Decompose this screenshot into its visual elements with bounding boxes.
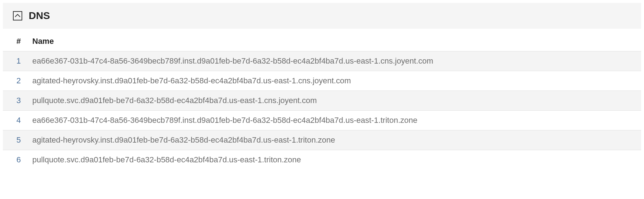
row-name: ea66e367-031b-47c4-8a56-3649becb789f.ins… [28, 51, 641, 71]
row-index: 3 [3, 91, 28, 111]
row-index: 4 [3, 111, 28, 130]
chevron-up-icon [15, 13, 20, 19]
collapse-toggle[interactable] [13, 11, 22, 20]
dns-table: # Name 1 ea66e367-031b-47c4-8a56-3649bec… [3, 29, 641, 170]
panel-header: DNS [3, 3, 641, 29]
panel-title: DNS [29, 10, 50, 22]
table-header-name: Name [28, 29, 641, 51]
table-row: 5 agitated-heyrovsky.inst.d9a01feb-be7d-… [3, 130, 641, 150]
table-row: 6 pullquote.svc.d9a01feb-be7d-6a32-b58d-… [3, 150, 641, 170]
table-row: 4 ea66e367-031b-47c4-8a56-3649becb789f.i… [3, 111, 641, 130]
table-header-index: # [3, 29, 28, 51]
row-index: 2 [3, 71, 28, 91]
row-name: pullquote.svc.d9a01feb-be7d-6a32-b58d-ec… [28, 91, 641, 111]
row-name: pullquote.svc.d9a01feb-be7d-6a32-b58d-ec… [28, 150, 641, 170]
row-index: 1 [3, 51, 28, 71]
table-row: 1 ea66e367-031b-47c4-8a56-3649becb789f.i… [3, 51, 641, 71]
table-row: 3 pullquote.svc.d9a01feb-be7d-6a32-b58d-… [3, 91, 641, 111]
row-name: agitated-heyrovsky.inst.d9a01feb-be7d-6a… [28, 71, 641, 91]
row-name: agitated-heyrovsky.inst.d9a01feb-be7d-6a… [28, 130, 641, 150]
row-index: 5 [3, 130, 28, 150]
row-name: ea66e367-031b-47c4-8a56-3649becb789f.ins… [28, 111, 641, 130]
table-row: 2 agitated-heyrovsky.inst.d9a01feb-be7d-… [3, 71, 641, 91]
row-index: 6 [3, 150, 28, 170]
